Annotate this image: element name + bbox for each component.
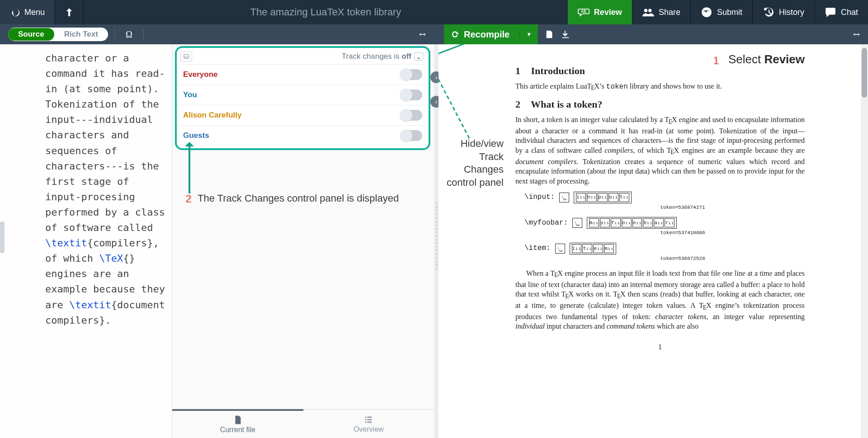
track-changes-status: Track changes is off	[342, 52, 411, 61]
track-row-everyone: Everyone	[177, 64, 429, 85]
pdf-p3: When a TeX engine process an input file …	[515, 268, 805, 331]
token-caption-2: token=537410006	[561, 230, 805, 236]
track-name-everyone: Everyone	[183, 70, 218, 79]
svg-point-2	[648, 9, 651, 12]
history-label: History	[779, 8, 804, 17]
tab-current-file[interactable]: Current file	[172, 409, 303, 438]
token-diagram-3: \item: \␣ i₁₁t₁₁e₁₁m₁₁	[524, 243, 805, 254]
editor-expand-icon[interactable]: ⤢	[416, 28, 428, 40]
pdf-scrollbar-thumb[interactable]	[862, 48, 867, 98]
share-button[interactable]: Share	[632, 0, 691, 24]
pdf-pane: 1 Select Review Hide/view Track Changes …	[439, 44, 868, 438]
toggle-you[interactable]	[401, 89, 422, 100]
svg-point-1	[644, 9, 647, 12]
pdf-p2: In short, a token is an integer value ca…	[515, 115, 805, 186]
recompile-label: Recompile	[464, 29, 509, 40]
menu-button[interactable]: Menu	[0, 0, 55, 24]
code-editor[interactable]: character or a command it has read-in (a…	[0, 44, 172, 438]
download-icon[interactable]	[561, 29, 571, 39]
home-button[interactable]	[55, 0, 84, 24]
toggle-guests[interactable]	[401, 130, 422, 141]
top-toolbar: Menu The amazing LuaTeX token library Ab…	[0, 0, 868, 24]
tab-overview[interactable]: Overview	[303, 410, 434, 438]
review-label: Review	[594, 8, 622, 17]
history-button[interactable]: History	[753, 0, 815, 24]
rich-text-mode-button[interactable]: Rich Text	[54, 28, 108, 41]
annotation-number-2: 2	[182, 192, 195, 204]
inbox-icon[interactable]	[180, 52, 192, 61]
code-command: \textit	[45, 237, 87, 249]
annotation-text-2: The Track Changes control panel is displ…	[198, 193, 399, 204]
refresh-icon	[450, 30, 459, 39]
track-changes-header: Track changes is off ⌄	[177, 49, 429, 64]
up-arrow-icon	[63, 6, 75, 18]
tab-current-label: Current file	[220, 426, 255, 434]
svg-text:Ab: Ab	[581, 9, 586, 14]
annotation-callout-2: 2The Track Changes control panel is disp…	[182, 192, 429, 205]
logs-icon[interactable]	[544, 29, 554, 39]
annotation-arrow-2	[189, 143, 190, 193]
tab-overview-label: Overview	[354, 425, 384, 433]
pdf-heading-2: 2 What is a token?	[515, 98, 805, 111]
track-changes-dropdown[interactable]: ⌄	[414, 52, 423, 61]
annotation-text-1a: Select	[728, 52, 764, 66]
editor-mode-toggle: Source Rich Text	[8, 28, 108, 41]
share-label: Share	[659, 8, 680, 17]
pdf-expand-icon[interactable]: ⤢	[850, 28, 862, 40]
token-diagram-1: \input: \␣ i₁₁n₁₁p₁₁u₁₁t₁₁	[524, 192, 805, 203]
annotation-arrow-hide	[439, 52, 496, 143]
token-caption-3: token=536872528	[561, 255, 805, 262]
chat-icon	[825, 6, 836, 18]
code-text: character or a command it has read-in (a…	[45, 52, 171, 233]
main-panes: character or a command it has read-in (a…	[0, 44, 868, 438]
overleaf-logo-icon	[10, 7, 20, 17]
submit-button[interactable]: Submit	[691, 0, 753, 24]
chat-label: Chat	[841, 8, 858, 17]
pdf-preview[interactable]: 1 Introduction This article explains Lua…	[439, 44, 868, 361]
left-resize-handle[interactable]	[0, 221, 5, 253]
submit-label: Submit	[717, 8, 742, 17]
track-row-guests: Guests	[177, 125, 429, 146]
divider	[143, 28, 144, 41]
token-caption-1: token=536874271	[561, 204, 805, 211]
review-column: Track changes is off ⌄ Everyone You Alis…	[172, 44, 434, 438]
file-icon	[233, 415, 243, 425]
annotation-text-1b: Review	[764, 52, 805, 66]
annotation-number-1: 1	[710, 54, 722, 67]
splitter-grip[interactable]	[436, 202, 438, 269]
token-diagram-2: \myfoobar: \␣ m₁₁y₁₁f₁₁o₁₁o₁₁b₁₁a₁₁r₁₁	[524, 217, 805, 229]
submit-icon	[701, 6, 712, 18]
pdf-p1: This article explains LuaTeX’s token lib…	[515, 81, 805, 93]
history-icon	[763, 6, 774, 18]
menu-label: Menu	[24, 8, 45, 17]
svg-line-5	[439, 57, 469, 138]
review-tabs: Current file Overview	[172, 409, 434, 438]
annotation-callout-hide: Hide/view Track Changes control panel	[445, 137, 504, 189]
share-icon	[642, 6, 654, 18]
sub-toolbar: Source Rich Text Ω ⤢ Recompile ▼ ⤢	[0, 24, 868, 44]
track-row-alison: Alison Carefully	[177, 105, 429, 125]
annotation-callout-1: 1 Select Review	[710, 52, 805, 67]
pane-splitter[interactable]	[434, 44, 439, 438]
code-command: \textit	[69, 299, 111, 311]
symbol-palette-button[interactable]: Ω	[121, 29, 137, 40]
recompile-button[interactable]: Recompile ▼	[444, 24, 538, 44]
review-icon: Ab	[578, 6, 590, 18]
pdf-scrollbar-track[interactable]	[861, 44, 868, 438]
left-pane: character or a command it has read-in (a…	[0, 44, 434, 438]
list-icon	[363, 414, 373, 424]
source-mode-button[interactable]: Source	[8, 28, 54, 41]
track-changes-panel: Track changes is off ⌄ Everyone You Alis…	[175, 46, 430, 150]
toggle-everyone[interactable]	[401, 69, 422, 80]
project-title[interactable]: The amazing LuaTeX token library	[84, 0, 568, 24]
code-command: \TeX	[99, 253, 123, 264]
track-row-you: You	[177, 85, 429, 105]
review-button[interactable]: Ab Review	[568, 0, 632, 24]
chat-button[interactable]: Chat	[815, 0, 868, 24]
recompile-dropdown[interactable]: ▼	[519, 31, 538, 38]
toggle-alison[interactable]	[401, 110, 422, 121]
pdf-page-number: 1	[515, 342, 805, 352]
track-name-you: You	[183, 90, 197, 99]
divider	[114, 28, 115, 41]
track-name-alison: Alison Carefully	[183, 111, 241, 120]
